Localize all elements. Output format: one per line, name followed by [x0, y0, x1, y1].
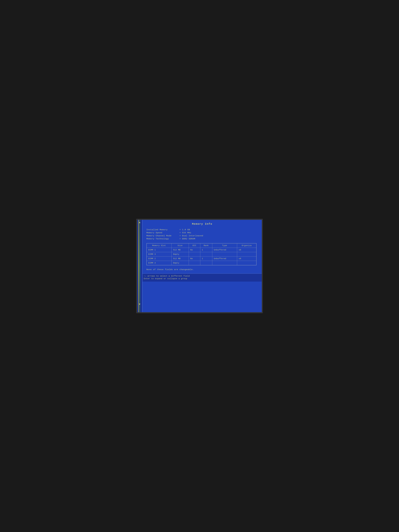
info-equals-3: = — [178, 238, 182, 240]
page-title: Memory Info — [146, 222, 258, 226]
dimm2-slot: DIMM 2 — [147, 256, 171, 261]
dimm1-org: x8 — [237, 248, 256, 252]
info-row-technology: Memory Technology = DDR2 SDRAM — [146, 238, 258, 240]
sidebar-arrow-up-icon: ▲ — [139, 221, 140, 224]
dimm1-ecc: No — [189, 248, 200, 252]
dimm2-rank: 1 — [200, 256, 212, 261]
left-sidebar: ▲ ▼ — [137, 220, 142, 312]
dimm2-type: Unbuffered — [212, 256, 237, 261]
info-value-memory-speed: 533 MHz — [182, 232, 191, 234]
dimm3-rank — [200, 252, 212, 256]
info-value-installed-memory: 1.0 GB — [182, 229, 190, 231]
table-row-dimm2: DIMM 2 512 MB No 1 Unbuffered x8 — [147, 256, 256, 261]
dimm3-size: Empty — [171, 252, 189, 256]
dimm4-size: Empty — [171, 261, 189, 265]
dimm1-rank: 1 — [200, 248, 212, 252]
dimm1-type: Unbuffered — [212, 248, 237, 252]
dimm3-slot: DIMM 3 — [147, 252, 171, 256]
info-label-installed-memory: Installed Memory — [146, 229, 178, 231]
table-row-dimm1: DIMM 1 512 MB No 1 Unbuffered x8 — [147, 248, 256, 252]
dimm4-rank — [200, 261, 212, 265]
info-equals-1: = — [178, 232, 182, 234]
col-header-slot: Memory Slot — [147, 243, 171, 248]
sidebar-stripe-green — [139, 220, 140, 312]
dimm4-slot: DIMM 4 — [147, 261, 171, 265]
col-header-size: Size — [171, 243, 189, 248]
dimm2-ecc: No — [189, 256, 200, 261]
sidebar-arrow-down-icon: ▼ — [139, 303, 140, 306]
dimm4-org — [237, 261, 256, 265]
dimm3-org — [237, 252, 256, 256]
dimm1-slot: DIMM 1 — [147, 248, 171, 252]
main-content: Memory Info Installed Memory = 1.0 GB Me… — [142, 220, 262, 273]
dimm1-size: 512 MB — [171, 248, 189, 252]
info-equals-0: = — [178, 229, 182, 231]
col-header-org: Organiza — [237, 243, 256, 248]
memory-table: Memory Slot Size ECC Rank Type Organiza … — [146, 243, 256, 265]
info-value-channel-mode: Dual Interleaved — [182, 235, 203, 237]
info-row-channel-mode: Memory Channel Mode = Dual Interleaved — [146, 235, 258, 237]
sidebar-stripe-yellow — [138, 220, 139, 312]
col-header-type: Type — [212, 243, 237, 248]
dimm3-type — [212, 252, 237, 256]
bottom-bar-line2: Enter to expand or collapse a group — [144, 278, 259, 280]
info-equals-2: = — [178, 235, 182, 237]
bios-screen: ▲ ▼ Memory Info Installed Memory = 1.0 G… — [137, 220, 262, 312]
info-section: Installed Memory = 1.0 GB Memory Speed =… — [146, 229, 258, 240]
dimm4-ecc — [189, 261, 200, 265]
info-label-channel-mode: Memory Channel Mode — [146, 235, 178, 237]
info-label-technology: Memory Technology — [146, 238, 178, 240]
bottom-bar: ↑↓ arrows to select a different field En… — [137, 273, 262, 282]
info-row-installed-memory: Installed Memory = 1.0 GB — [146, 229, 258, 231]
col-header-rank: Rank — [200, 243, 212, 248]
changeable-note: None of these fields are changeable. — [146, 268, 258, 271]
col-header-ecc: ECC — [189, 243, 200, 248]
table-row-dimm3: DIMM 3 Empty — [147, 252, 256, 256]
monitor-frame: ▲ ▼ Memory Info Installed Memory = 1.0 G… — [136, 219, 263, 313]
info-value-technology: DDR2 SDRAM — [182, 238, 195, 240]
table-header-row: Memory Slot Size ECC Rank Type Organiza — [147, 243, 256, 248]
table-row-dimm4: DIMM 4 Empty — [147, 261, 256, 265]
dimm2-size: 512 MB — [171, 256, 189, 261]
dimm2-org: x8 — [237, 256, 256, 261]
dimm4-type — [212, 261, 237, 265]
dimm3-ecc — [189, 252, 200, 256]
info-row-memory-speed: Memory Speed = 533 MHz — [146, 232, 258, 234]
info-label-memory-speed: Memory Speed — [146, 232, 178, 234]
bottom-bar-line1: ↑↓ arrows to select a different field — [144, 275, 259, 277]
